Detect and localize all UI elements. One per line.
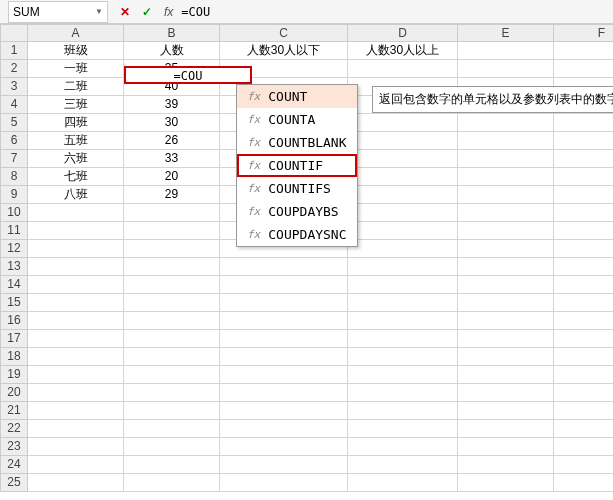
cell[interactable] bbox=[554, 366, 613, 384]
cell[interactable]: 六班 bbox=[28, 150, 124, 168]
cell[interactable] bbox=[28, 330, 124, 348]
cell[interactable] bbox=[28, 240, 124, 258]
cell[interactable] bbox=[348, 150, 458, 168]
row-header[interactable]: 23 bbox=[0, 438, 28, 456]
cell[interactable] bbox=[554, 438, 613, 456]
cell[interactable] bbox=[220, 438, 348, 456]
cell[interactable] bbox=[458, 420, 554, 438]
cell[interactable] bbox=[458, 204, 554, 222]
cell[interactable]: 三班 bbox=[28, 96, 124, 114]
cell[interactable] bbox=[458, 186, 554, 204]
cell[interactable] bbox=[554, 204, 613, 222]
row-header[interactable]: 10 bbox=[0, 204, 28, 222]
cell[interactable] bbox=[220, 312, 348, 330]
cell[interactable]: 人数 bbox=[124, 42, 220, 60]
row-header[interactable]: 22 bbox=[0, 420, 28, 438]
cell[interactable]: 八班 bbox=[28, 186, 124, 204]
cell[interactable] bbox=[124, 438, 220, 456]
row-header[interactable]: 14 bbox=[0, 276, 28, 294]
cell[interactable] bbox=[348, 438, 458, 456]
formula-input[interactable]: =COU bbox=[181, 5, 210, 19]
autocomplete-item[interactable]: fxCOUNTBLANK bbox=[237, 131, 357, 154]
cell[interactable]: 29 bbox=[124, 186, 220, 204]
row-header[interactable]: 25 bbox=[0, 474, 28, 492]
cell[interactable] bbox=[220, 294, 348, 312]
cell[interactable] bbox=[348, 348, 458, 366]
cell[interactable] bbox=[124, 222, 220, 240]
cell[interactable] bbox=[458, 132, 554, 150]
row-header[interactable]: 4 bbox=[0, 96, 28, 114]
cell[interactable] bbox=[28, 402, 124, 420]
cell[interactable] bbox=[554, 258, 613, 276]
cell[interactable] bbox=[220, 330, 348, 348]
cell[interactable] bbox=[458, 438, 554, 456]
autocomplete-item[interactable]: fxCOUNTIFS bbox=[237, 177, 357, 200]
cell[interactable] bbox=[124, 294, 220, 312]
cell[interactable] bbox=[554, 60, 613, 78]
cell[interactable] bbox=[220, 456, 348, 474]
cell[interactable] bbox=[124, 366, 220, 384]
cell[interactable] bbox=[554, 402, 613, 420]
cell[interactable] bbox=[28, 384, 124, 402]
autocomplete-item[interactable]: fxCOUNTA bbox=[237, 108, 357, 131]
row-header[interactable]: 12 bbox=[0, 240, 28, 258]
cell[interactable] bbox=[28, 474, 124, 492]
cell[interactable] bbox=[458, 60, 554, 78]
cell[interactable] bbox=[348, 294, 458, 312]
cell[interactable] bbox=[220, 420, 348, 438]
row-header[interactable]: 7 bbox=[0, 150, 28, 168]
cell[interactable]: 二班 bbox=[28, 78, 124, 96]
cell[interactable] bbox=[348, 186, 458, 204]
row-header[interactable]: 20 bbox=[0, 384, 28, 402]
cell[interactable] bbox=[124, 456, 220, 474]
cancel-icon[interactable]: ✕ bbox=[120, 5, 130, 19]
cell[interactable] bbox=[458, 348, 554, 366]
cell[interactable]: 39 bbox=[124, 96, 220, 114]
cell[interactable] bbox=[348, 330, 458, 348]
cell[interactable] bbox=[28, 420, 124, 438]
cell[interactable] bbox=[28, 204, 124, 222]
cell[interactable] bbox=[554, 150, 613, 168]
column-header[interactable]: B bbox=[124, 24, 220, 42]
cell[interactable]: 26 bbox=[124, 132, 220, 150]
cell[interactable] bbox=[124, 312, 220, 330]
cell[interactable] bbox=[554, 312, 613, 330]
cell[interactable]: 一班 bbox=[28, 60, 124, 78]
column-header[interactable]: D bbox=[348, 24, 458, 42]
cell[interactable] bbox=[348, 240, 458, 258]
cell[interactable] bbox=[348, 474, 458, 492]
cell[interactable]: 人数30人以上 bbox=[348, 42, 458, 60]
cell[interactable] bbox=[458, 474, 554, 492]
row-header[interactable]: 13 bbox=[0, 258, 28, 276]
cell[interactable] bbox=[28, 348, 124, 366]
cell[interactable] bbox=[554, 330, 613, 348]
cell[interactable] bbox=[220, 384, 348, 402]
cell[interactable] bbox=[458, 42, 554, 60]
cell[interactable] bbox=[554, 114, 613, 132]
row-header[interactable]: 21 bbox=[0, 402, 28, 420]
cell[interactable] bbox=[554, 348, 613, 366]
cell[interactable] bbox=[458, 402, 554, 420]
cell[interactable] bbox=[28, 276, 124, 294]
cell[interactable] bbox=[348, 204, 458, 222]
cell[interactable]: 班级 bbox=[28, 42, 124, 60]
cell[interactable]: 四班 bbox=[28, 114, 124, 132]
cell[interactable] bbox=[348, 222, 458, 240]
check-icon[interactable]: ✓ bbox=[142, 5, 152, 19]
cell[interactable] bbox=[348, 132, 458, 150]
cell[interactable] bbox=[28, 294, 124, 312]
row-header[interactable]: 6 bbox=[0, 132, 28, 150]
cell[interactable] bbox=[554, 474, 613, 492]
cell[interactable] bbox=[554, 222, 613, 240]
cell[interactable] bbox=[124, 420, 220, 438]
cell[interactable] bbox=[348, 366, 458, 384]
cell[interactable] bbox=[554, 420, 613, 438]
cell[interactable] bbox=[458, 330, 554, 348]
cell[interactable] bbox=[220, 258, 348, 276]
cell[interactable] bbox=[458, 312, 554, 330]
cell[interactable]: 人数30人以下 bbox=[220, 42, 348, 60]
cell[interactable] bbox=[124, 276, 220, 294]
cell[interactable] bbox=[348, 456, 458, 474]
row-header[interactable]: 16 bbox=[0, 312, 28, 330]
cell[interactable] bbox=[28, 312, 124, 330]
